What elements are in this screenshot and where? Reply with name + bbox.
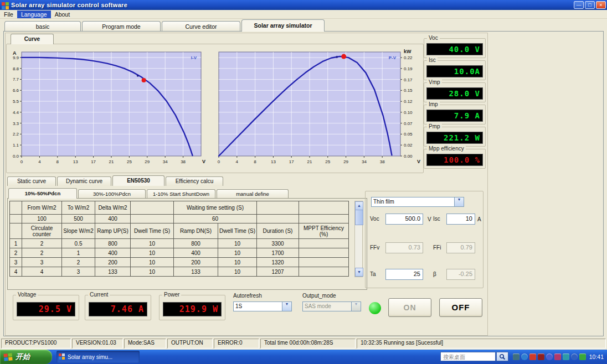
table-row: 10050040060	[10, 215, 349, 223]
table-cell[interactable]: 1207	[257, 267, 299, 277]
minimize-button[interactable]: —	[574, 1, 584, 9]
tab-basic[interactable]: basic	[4, 21, 81, 32]
table-cell[interactable]: 10	[131, 267, 174, 277]
tab-curve-editor[interactable]: Curve editor	[162, 21, 240, 32]
table-cell[interactable]	[257, 215, 299, 223]
tray-icon-magenta[interactable]	[554, 353, 561, 360]
search-button[interactable]	[496, 352, 508, 361]
readout-imp: Imp7.9 A	[424, 105, 486, 124]
table-cell[interactable]: 10	[218, 258, 257, 267]
scroll-up-button[interactable]: ▲	[355, 201, 363, 210]
tab-10-50-pdcn[interactable]: 10%-50%Pdcn	[8, 188, 77, 199]
svg-text:7.7: 7.7	[13, 77, 19, 82]
table-cell[interactable]: 0.5	[62, 239, 95, 248]
param-input-voc[interactable]: 500.0	[385, 214, 423, 225]
close-button[interactable]: ×	[596, 1, 606, 9]
maximize-button[interactable]: □	[585, 1, 595, 9]
autorefresh-combo[interactable]: 1S ▼	[233, 301, 292, 311]
table-cell[interactable]: 3	[62, 267, 95, 277]
table-cell[interactable]: 3300	[257, 239, 299, 248]
table-cell[interactable]	[299, 215, 349, 223]
table-cell[interactable]: 800	[95, 239, 131, 248]
table-cell[interactable]: 4	[22, 267, 62, 277]
param-input-ta[interactable]: 25	[385, 269, 423, 280]
tab-curve[interactable]: Curve	[11, 34, 54, 44]
tray-icon-shield-blue[interactable]	[571, 353, 578, 360]
tab-dynamic-curve[interactable]: Dynamic curve	[57, 176, 111, 186]
table-cell[interactable]	[131, 215, 174, 223]
tray-icon-network[interactable]	[513, 353, 519, 360]
table-cell[interactable]: 2	[22, 248, 62, 258]
desktop-search-input[interactable]: 搜索桌面	[440, 352, 496, 361]
table-cell[interactable]: 10	[131, 248, 174, 258]
svg-text:8: 8	[254, 159, 256, 164]
table-cell[interactable]: 60	[174, 215, 257, 223]
table-cell[interactable]: 2	[22, 239, 62, 248]
param-input-isc[interactable]: 10	[446, 214, 475, 225]
table-cell[interactable]: 1700	[257, 248, 299, 258]
table-cell[interactable]: 1320	[257, 258, 299, 267]
scroll-thumb[interactable]	[355, 210, 363, 225]
table-cell[interactable]: 400	[174, 248, 218, 258]
table-cell[interactable]: 400	[95, 215, 131, 223]
table-cell[interactable]	[299, 258, 349, 267]
status-item-4: ERROR:0	[214, 339, 259, 349]
combo-arrow-icon[interactable]: ▼	[454, 197, 464, 206]
en50530-table-page: From W/m2To W/m2Delta W/m2Waiting time s…	[7, 198, 367, 290]
svg-text:5.5: 5.5	[13, 99, 19, 104]
table-cell[interactable]: 100	[22, 215, 62, 223]
svg-text:0.05: 0.05	[404, 132, 413, 137]
tab-efficiency-calcu[interactable]: Efficiency calcu	[166, 176, 223, 186]
taskbar-app-button[interactable]: Solar array simu...	[56, 351, 140, 363]
pv-type-combo[interactable]: Thin film ▼	[371, 197, 464, 207]
table-cell[interactable]: 200	[95, 258, 131, 267]
table-header-cell	[257, 201, 299, 215]
menu-item-about[interactable]: About	[51, 11, 74, 18]
svg-text:0.17: 0.17	[404, 77, 413, 82]
tab-1-10-start-shuntdown[interactable]: 1-10% Start ShuntDown	[147, 189, 215, 199]
table-row: 120.580010800103300	[10, 239, 349, 248]
table-cell[interactable]: 133	[174, 267, 218, 277]
tray-icon-red-badge[interactable]	[529, 353, 536, 360]
tray-icon-volume[interactable]	[521, 353, 528, 360]
param-unit-isc: A	[477, 216, 481, 222]
tab-30-100-pdcn[interactable]: 30%-100%Pdcn	[78, 189, 146, 199]
table-cell[interactable]: 500	[62, 215, 95, 223]
tab-manual-define[interactable]: manual define	[217, 189, 289, 199]
table-cell[interactable]: 10	[131, 258, 174, 267]
table-header-cell: Duration (S)	[257, 223, 299, 239]
table-cell: 4	[10, 267, 22, 277]
table-cell[interactable]	[299, 248, 349, 258]
tab-solar-array-simulator[interactable]: Solar array simulator	[241, 19, 325, 32]
tab-en50530[interactable]: EN50530	[112, 175, 164, 186]
start-button[interactable]: 开始	[0, 350, 52, 364]
combo-arrow-icon[interactable]: ▼	[282, 302, 291, 311]
table-cell[interactable]: 10	[218, 267, 257, 277]
table-cell[interactable]: 1	[62, 248, 95, 258]
tray-icon-dark-red[interactable]	[538, 353, 544, 360]
meter-voltage: Voltage29.5 V	[13, 295, 79, 320]
table-cell[interactable]: 800	[174, 239, 218, 248]
menu-item-language[interactable]: Language	[17, 11, 51, 18]
scroll-down-button[interactable]: ▼	[355, 268, 363, 277]
tray-icon-shield-green[interactable]	[579, 353, 586, 360]
readout-mpp-efficiency: Mpp efficiency100.0 %	[424, 149, 486, 169]
pv-parameters-group: Thin film ▼ Voc500.0VIsc10AFFv0.73FFi0.7…	[365, 191, 483, 288]
table-cell[interactable]: 10	[218, 239, 257, 248]
table-cell[interactable]: 2	[62, 258, 95, 267]
menu-item-file[interactable]: File	[0, 11, 17, 18]
tray-icon-teal[interactable]	[563, 353, 569, 360]
table-cell[interactable]	[299, 267, 349, 277]
table-cell[interactable]: 10	[218, 248, 257, 258]
table-cell[interactable]: 200	[174, 258, 218, 267]
table-cell[interactable]: 133	[95, 267, 131, 277]
table-cell[interactable]: 10	[131, 239, 174, 248]
table-scrollbar[interactable]: ▲ ▼	[354, 201, 363, 277]
off-button[interactable]: OFF	[439, 298, 482, 317]
tray-icon-blue-app[interactable]	[546, 353, 553, 360]
table-cell[interactable]: 3	[22, 258, 62, 267]
table-cell[interactable]	[299, 239, 349, 248]
tab-static-curve[interactable]: Static curve	[7, 176, 56, 186]
table-cell[interactable]: 400	[95, 248, 131, 258]
tab-program-mode[interactable]: Program mode	[82, 21, 161, 32]
